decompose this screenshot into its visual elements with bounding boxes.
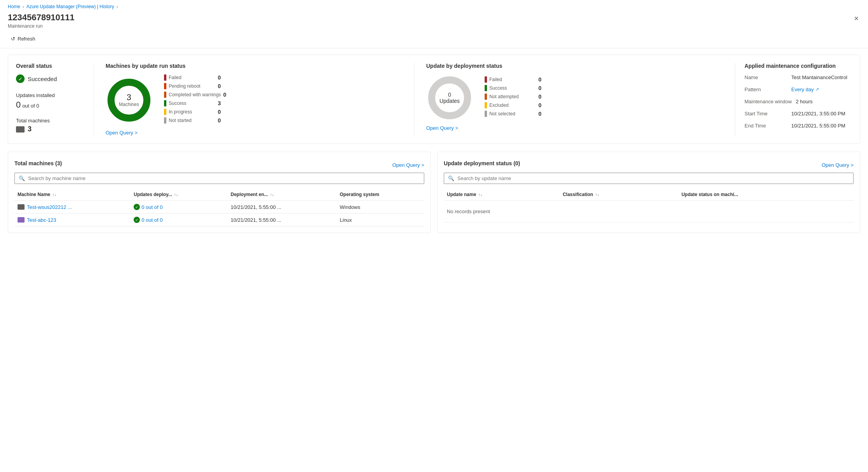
deployment-chart-area: 0 Updates Failed 0 Success 0: [426, 74, 723, 121]
updates-table-head: Update name ↑↓ Classification ↑↓ Update …: [444, 189, 854, 201]
status-name-notstarted: Not started: [169, 118, 215, 123]
success-circle-2: ✓: [134, 217, 140, 223]
config-window-label: Maintenance window: [745, 99, 792, 104]
status-item-warnings: Completed with warnings 0: [164, 92, 226, 98]
page-header: 12345678910111 Maintenance run ×: [0, 11, 868, 32]
machine-icon: [16, 126, 25, 133]
overall-status-section: Overall status ✓ Succeeded Updates insta…: [16, 63, 94, 136]
dep-bar-not-attempted: [485, 94, 487, 100]
machine-name-link-1[interactable]: Test-wsus202212 ...: [18, 204, 127, 210]
table-row: No records present: [444, 201, 854, 223]
updates-link-1[interactable]: 0 out of 0: [141, 204, 162, 210]
sort-icon-machine[interactable]: ↑↓: [52, 193, 56, 197]
status-num-pending: 0: [218, 83, 221, 89]
updates-count: 0 out of 0: [16, 100, 86, 110]
breadcrumb-sep2: ›: [116, 4, 118, 9]
dep-num-failed: 0: [538, 76, 542, 83]
col-updates-deploy: Updates deploy... ↑↓: [131, 189, 228, 201]
deployment-end-2: 10/21/2021, 5:55:00 ...: [228, 214, 337, 226]
total-machines-label: Total machines: [16, 118, 86, 124]
sort-icon-deployment-end[interactable]: ↑↓: [270, 193, 274, 197]
table-row: Test-wsus202212 ... ✓ 0 out of 0 10/21/2…: [14, 201, 424, 214]
dep-num-excluded: 0: [538, 102, 542, 108]
updates-deploy-cell-1: ✓ 0 out of 0: [131, 201, 228, 214]
sort-icon-classification[interactable]: ↑↓: [595, 193, 599, 197]
config-pattern-link[interactable]: Every day ↗: [791, 87, 819, 92]
page-subtitle: Maintenance run: [8, 23, 74, 29]
config-end-row: End Time 10/21/2021, 5:55:00 PM: [745, 123, 852, 129]
machine-search-input[interactable]: [28, 175, 420, 181]
machine-search-box[interactable]: 🔍: [14, 173, 424, 184]
total-machines-value: 3: [16, 125, 86, 133]
os-2: Linux: [337, 214, 424, 226]
close-button[interactable]: ×: [852, 12, 860, 25]
machine-name-2: Test-abc-123: [27, 217, 56, 223]
machines-status-list: Failed 0 Pending reboot 0 Completed with…: [164, 74, 226, 126]
machines-panel-open-query[interactable]: Open Query >: [392, 162, 424, 168]
dep-status-failed: Failed 0: [485, 76, 542, 83]
deployment-open-query[interactable]: Open Query >: [426, 125, 458, 131]
dep-num-not-selected: 0: [538, 111, 542, 117]
status-name-warnings: Completed with warnings: [169, 92, 221, 97]
status-item-notstarted: Not started 0: [164, 117, 226, 124]
machine-search-icon: 🔍: [19, 175, 25, 181]
breadcrumb-sep1: ›: [23, 4, 24, 9]
status-item-inprogress: In progress 0: [164, 109, 226, 115]
page-title: 12345678910111: [8, 12, 74, 23]
machines-panel-title: Total machines (3): [14, 160, 62, 166]
sort-icon-update-name[interactable]: ↑↓: [478, 193, 482, 197]
status-num-notstarted: 0: [218, 117, 221, 124]
updates-link-2[interactable]: 0 out of 0: [141, 217, 162, 223]
dep-bar-not-selected: [485, 111, 487, 117]
config-window-value: 2 hours: [796, 99, 812, 104]
machine-name-cell-2: Test-abc-123: [14, 214, 131, 226]
machines-open-query[interactable]: Open Query >: [106, 130, 138, 136]
machines-by-status-section: Machines by update run status 3 Machines: [94, 63, 415, 136]
status-bar-notstarted: [164, 117, 166, 124]
update-panel-header: Update deployment status (0) Open Query …: [444, 158, 854, 168]
update-panel-title: Update deployment status (0): [444, 160, 520, 166]
deployment-donut-chart: 0 Updates: [426, 74, 473, 121]
status-num-success: 3: [218, 100, 221, 106]
deployment-end-1: 10/21/2021, 5:55:00 ...: [228, 201, 337, 214]
deployment-donut-label: 0 Updates: [438, 92, 461, 104]
dep-name-failed: Failed: [489, 77, 536, 82]
dep-name-excluded: Excluded: [489, 103, 536, 108]
status-bar-warnings: [164, 92, 166, 98]
bottom-panels: Total machines (3) Open Query > 🔍 Machin…: [8, 152, 860, 233]
update-panel-open-query[interactable]: Open Query >: [822, 162, 854, 168]
total-machines-num: 3: [28, 125, 32, 133]
config-start-label: Start Time: [745, 111, 787, 117]
refresh-button[interactable]: ↺ Refresh: [8, 34, 39, 43]
no-records-cell: No records present: [444, 201, 854, 223]
col-os: Operating system: [337, 189, 424, 201]
updates-table: Update name ↑↓ Classification ↑↓ Update …: [444, 189, 854, 223]
updates-table-body: No records present: [444, 201, 854, 223]
status-bar-inprogress: [164, 109, 166, 115]
machine-name-link-2[interactable]: Test-abc-123: [18, 217, 127, 223]
col-update-name: Update name ↑↓: [444, 189, 559, 201]
applied-config-section: Applied maintenance configuration Name T…: [735, 63, 852, 136]
status-num-failed: 0: [218, 74, 221, 81]
status-num-inprogress: 0: [218, 109, 221, 115]
dep-bar-failed: [485, 76, 487, 83]
breadcrumb-home[interactable]: Home: [8, 4, 20, 9]
updates-out-of: out of 0: [22, 103, 39, 109]
update-search-input[interactable]: [457, 175, 849, 181]
breadcrumb-parent[interactable]: Azure Update Manager (Preview) | History: [26, 4, 114, 9]
donut-label: 3 Machines: [119, 93, 139, 107]
status-item-pending: Pending reboot 0: [164, 83, 226, 89]
sort-icon-updates[interactable]: ↑↓: [174, 193, 178, 197]
page-container: Home › Azure Update Manager (Preview) | …: [0, 0, 868, 472]
status-text: Succeeded: [28, 76, 57, 82]
config-pattern-row: Pattern Every day ↗: [745, 87, 852, 92]
status-panel: Overall status ✓ Succeeded Updates insta…: [8, 55, 860, 144]
main-content: Overall status ✓ Succeeded Updates insta…: [0, 48, 868, 239]
config-section-title: Applied maintenance configuration: [745, 63, 852, 69]
machines-donut-chart: 3 Machines: [106, 77, 152, 124]
machine-icon-1: [18, 204, 25, 210]
dep-num-success: 0: [538, 85, 542, 91]
status-num-warnings: 0: [223, 92, 226, 98]
dep-bar-success: [485, 85, 487, 91]
update-search-box[interactable]: 🔍: [444, 173, 854, 184]
